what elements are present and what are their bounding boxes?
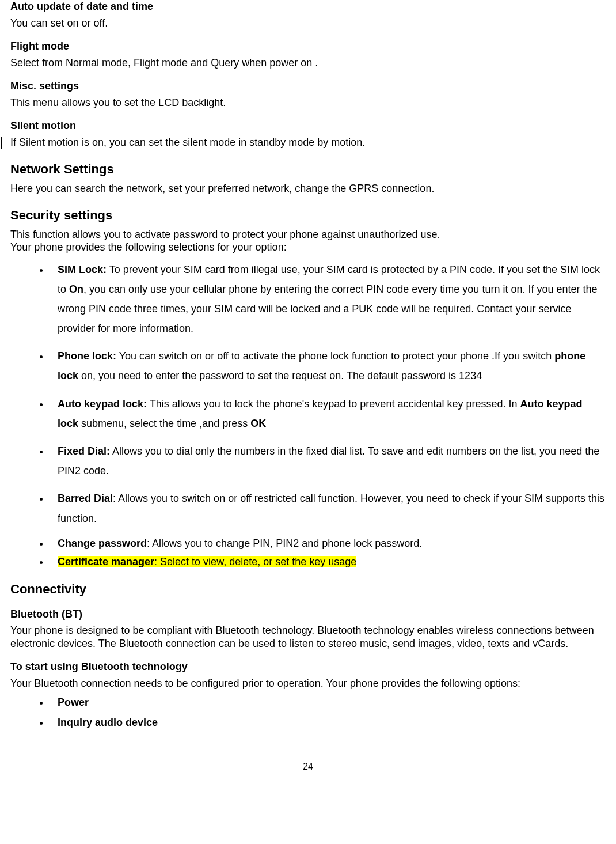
label-ok: OK	[250, 418, 266, 429]
bluetooth-options-list: Power Inquiry audio device	[10, 695, 606, 729]
heading-network-settings: Network Settings	[10, 161, 606, 177]
text: Allows you to dial only the numbers in t…	[58, 445, 599, 476]
security-list: SIM Lock: To prevent your SIM card from …	[10, 260, 606, 569]
body-silent-motion: If Silent motion is on, you can set the …	[10, 136, 606, 149]
body-flight-mode: Select from Normal mode, Flight mode and…	[10, 56, 606, 70]
list-item: Certificate manager: Select to view, del…	[50, 555, 606, 569]
text: on, you need to enter the password to se…	[78, 370, 482, 381]
body-bluetooth-start: Your Bluetooth connection needs to be co…	[10, 677, 606, 690]
change-bar-icon	[1, 137, 2, 149]
heading-bluetooth-start: To start using Bluetooth technology	[10, 660, 606, 673]
heading-flight-mode: Flight mode	[10, 40, 606, 53]
label-fixed-dial: Fixed Dial:	[58, 445, 110, 457]
body-security-1: This function allows you to activate pas…	[10, 228, 606, 241]
body-misc: This menu allows you to set the LCD back…	[10, 96, 606, 109]
text: : Select to view, delete, or set the key…	[154, 556, 356, 567]
label-certificate-manager: Certificate manager	[58, 556, 154, 567]
body-network-settings: Here you can search the network, set you…	[10, 182, 606, 195]
heading-security-settings: Security settings	[10, 207, 606, 224]
label-on: On	[69, 283, 83, 295]
text: This allows you to lock the phone's keyp…	[147, 398, 520, 410]
heading-misc: Misc. settings	[10, 80, 606, 93]
heading-connectivity: Connectivity	[10, 581, 606, 597]
body-bluetooth: Your phone is designed to be compliant w…	[10, 624, 606, 650]
text: : Allows you to change PIN, PIN2 and pho…	[147, 538, 422, 549]
text: , you can only use your cellular phone b…	[58, 283, 598, 334]
label-power: Power	[58, 697, 89, 708]
label-auto-keypad: Auto keypad lock:	[58, 398, 147, 410]
label-change-password: Change password	[58, 538, 147, 549]
list-item: SIM Lock: To prevent your SIM card from …	[50, 260, 606, 339]
list-item: Inquiry audio device	[50, 716, 606, 729]
label-inquiry-audio-device: Inquiry audio device	[58, 717, 158, 728]
list-item: Power	[50, 695, 606, 709]
label-barred-dial: Barred Dial	[58, 493, 113, 504]
list-item: Change password: Allows you to change PI…	[50, 536, 606, 550]
list-item: Fixed Dial: Allows you to dial only the …	[50, 441, 606, 480]
text: submenu, select the time ,and press	[78, 418, 250, 429]
body-security-2: Your phone provides the following select…	[10, 241, 606, 254]
heading-bluetooth: Bluetooth (BT)	[10, 608, 606, 621]
body-auto-update: You can set on or off.	[10, 17, 606, 30]
text: You can switch on or off to activate the…	[116, 350, 554, 362]
list-item: Auto keypad lock: This allows you to loc…	[50, 394, 606, 433]
heading-auto-update: Auto update of date and time	[10, 0, 606, 13]
label-phone-lock: Phone lock:	[58, 350, 116, 362]
list-item: Phone lock: You can switch on or off to …	[50, 346, 606, 385]
page-number: 24	[10, 761, 606, 773]
label-sim-lock: SIM Lock:	[58, 264, 107, 275]
heading-silent-motion: Silent motion	[10, 119, 606, 133]
list-item: Barred Dial: Allows you to switch on or …	[50, 489, 606, 528]
text: : Allows you to switch on or off restric…	[58, 493, 604, 524]
